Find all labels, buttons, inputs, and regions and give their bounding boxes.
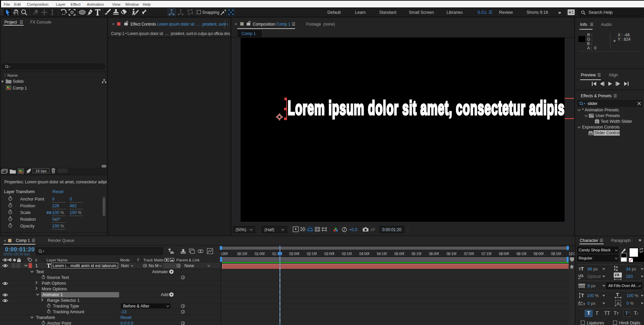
svg-text:T: T: [616, 292, 619, 297]
svg-text:T: T: [581, 293, 584, 298]
svg-text:A: A: [578, 300, 581, 305]
svg-text:fx: fx: [596, 120, 598, 123]
svg-text:A: A: [616, 268, 618, 272]
svg-text:あ: あ: [617, 301, 620, 305]
svg-text:a: a: [581, 301, 583, 304]
svg-text:A: A: [581, 274, 584, 278]
svg-text:32: 32: [589, 132, 593, 136]
